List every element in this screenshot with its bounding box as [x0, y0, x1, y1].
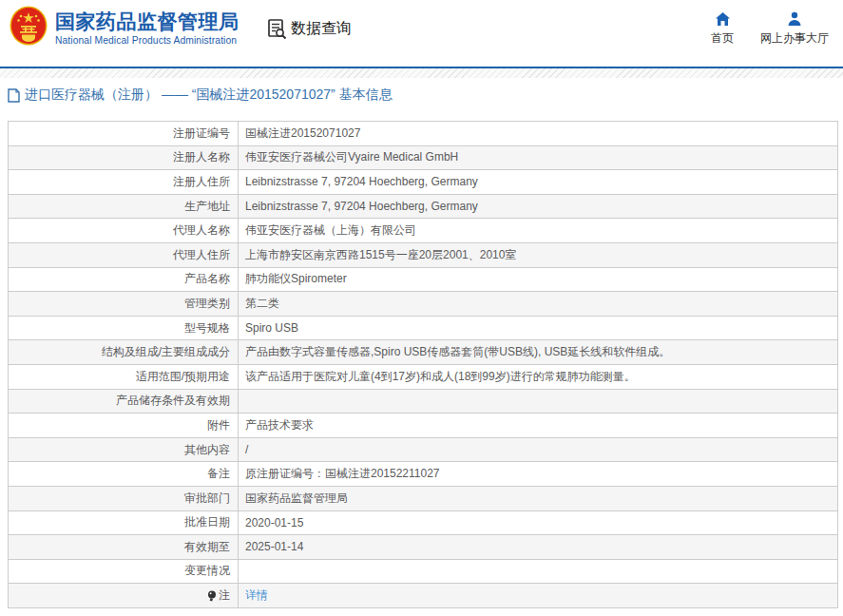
data-query-label: 数据查询	[291, 19, 352, 39]
table-row: 适用范围/预期用途该产品适用于医院对儿童(4到17岁)和成人(18到99岁)进行…	[9, 364, 837, 389]
row-label: 适用范围/预期用途	[9, 365, 239, 389]
detail-link[interactable]: 详情	[245, 587, 268, 604]
table-row: 审批部门国家药品监督管理局	[9, 486, 837, 510]
row-label: 结构及组成/主要组成成分	[9, 340, 239, 364]
row-value: 2025-01-14	[239, 535, 837, 559]
row-value: /	[239, 438, 837, 462]
page-icon	[8, 88, 20, 103]
row-label: 审批部门	[9, 487, 239, 510]
table-row: 生产地址Leibnizstrasse 7, 97204 Hoechberg, G…	[9, 194, 837, 219]
table-row: 变更情况	[9, 559, 837, 584]
table-row: 有效期至2025-01-14	[9, 534, 837, 559]
row-label: 批准日期	[9, 511, 239, 535]
table-row: 注册人住所Leibnizstrasse 7, 97204 Hoechberg, …	[9, 169, 837, 194]
row-value: 上海市静安区南京西路1515号一座20层2001、2010室	[239, 243, 837, 267]
row-value: Leibnizstrasse 7, 97204 Hoechberg, Germa…	[239, 195, 837, 219]
table-row: 注册人名称伟亚安医疗器械公司Vyaire Medical GmbH	[9, 145, 837, 170]
row-label: 型号规格	[9, 317, 239, 340]
row-value: 第二类	[239, 292, 837, 316]
row-value: Leibnizstrasse 7, 97204 Hoechberg, Germa…	[239, 170, 837, 194]
row-value: 原注册证编号：国械注进20152211027	[239, 462, 837, 486]
row-label: 备注	[9, 462, 239, 486]
row-label: 注册人住所	[9, 170, 239, 194]
header: 国家药品监督管理局 National Medical Products Admi…	[0, 0, 843, 67]
row-value: 2020-01-15	[239, 511, 837, 535]
row-label: 生产地址	[9, 195, 239, 219]
row-value: 产品技术要求	[239, 414, 837, 437]
row-value: 国械注进20152071027	[239, 122, 837, 145]
table-row: 型号规格Spiro USB	[9, 316, 837, 340]
table-row: 结构及组成/主要组成成分产品由数字式容量传感器,Spiro USB传感器套筒(带…	[9, 339, 837, 364]
row-value: Spiro USB	[239, 317, 837, 340]
row-label: 变更情况	[9, 560, 239, 584]
table-row: 注册证编号国械注进20152071027	[9, 122, 837, 145]
table-row: 代理人住所上海市静安区南京西路1515号一座20层2001、2010室	[9, 242, 837, 267]
row-label: 代理人住所	[9, 243, 239, 267]
national-emblem-logo	[10, 6, 48, 46]
row-label: 管理类别	[9, 292, 239, 316]
row-value: 肺功能仪Spirometer	[239, 268, 837, 292]
table-row: 代理人名称伟亚安医疗器械（上海）有限公司	[9, 218, 837, 242]
table-row: 备注原注册证编号：国械注进20152211027	[9, 461, 837, 486]
site-subtitle: National Medical Products Administration	[55, 35, 239, 46]
info-table: 注册证编号国械注进20152071027注册人名称伟亚安医疗器械公司Vyaire…	[8, 121, 838, 608]
row-label: 注册证编号	[9, 122, 239, 145]
nav-online-hall[interactable]: 网上办事大厅	[760, 11, 829, 47]
nav-home-label: 首页	[711, 30, 734, 47]
table-row: 产品储存条件及有效期	[9, 389, 837, 414]
bulb-icon	[207, 590, 217, 602]
breadcrumb-text: 进口医疗器械（注册） —— “国械注进20152071027” 基本信息	[25, 87, 393, 104]
row-value: 伟亚安医疗器械（上海）有限公司	[239, 219, 837, 242]
document-search-icon	[267, 18, 288, 40]
nav-online-hall-label: 网上办事大厅	[760, 30, 829, 47]
table-row: 其他内容/	[9, 437, 837, 462]
row-label: 附件	[9, 414, 239, 437]
header-nav: 首页 网上办事大厅	[711, 11, 829, 47]
row-label: 注册人名称	[9, 146, 239, 170]
nav-home[interactable]: 首页	[711, 11, 734, 47]
site-title: 国家药品监督管理局	[55, 10, 239, 32]
user-icon	[787, 11, 802, 27]
table-row: 附件产品技术要求	[9, 413, 837, 437]
row-value	[239, 560, 837, 584]
row-value	[239, 390, 837, 414]
table-row: 注详情	[9, 583, 837, 607]
table-row: 批准日期2020-01-15	[9, 510, 837, 535]
hatched-strip	[0, 68, 843, 78]
row-label: 产品储存条件及有效期	[9, 390, 239, 414]
data-query-tab[interactable]: 数据查询	[267, 18, 352, 40]
row-label: 其他内容	[9, 438, 239, 462]
row-label: 有效期至	[9, 535, 239, 559]
row-value: 详情	[239, 584, 837, 607]
breadcrumb: 进口医疗器械（注册） —— “国械注进20152071027” 基本信息	[8, 87, 843, 103]
row-value: 产品由数字式容量传感器,Spiro USB传感器套筒(带USB线), USB延长…	[239, 340, 837, 364]
row-label: 产品名称	[9, 268, 239, 292]
row-label: 注	[9, 584, 239, 607]
table-row: 管理类别第二类	[9, 291, 837, 316]
row-value: 该产品适用于医院对儿童(4到17岁)和成人(18到99岁)进行的常规肺功能测量。	[239, 365, 837, 389]
table-row: 产品名称肺功能仪Spirometer	[9, 267, 837, 292]
row-value: 国家药品监督管理局	[239, 487, 837, 510]
home-icon	[715, 11, 731, 27]
site-title-block: 国家药品监督管理局 National Medical Products Admi…	[55, 10, 239, 46]
row-value: 伟亚安医疗器械公司Vyaire Medical GmbH	[239, 146, 837, 170]
row-label: 代理人名称	[9, 219, 239, 242]
